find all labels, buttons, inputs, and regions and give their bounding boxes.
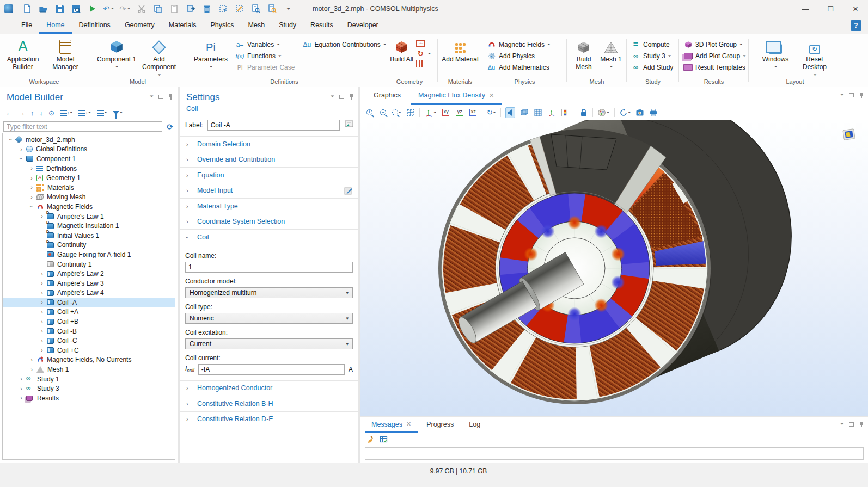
move-up-icon[interactable]: ↑ xyxy=(30,109,34,117)
coil-name-input[interactable] xyxy=(185,262,353,273)
tab-materials[interactable]: Materials xyxy=(162,17,204,34)
build-mesh-button[interactable]: Build Mesh xyxy=(570,36,597,71)
section-model-input[interactable]: Model Input xyxy=(180,183,358,199)
cut-icon[interactable] xyxy=(137,4,146,14)
panel-pin-icon[interactable] xyxy=(859,422,864,427)
customize-qat-chevron-icon[interactable]: ⏷ xyxy=(284,4,293,14)
show-icon[interactable]: ⊙ xyxy=(48,109,54,117)
tab-log[interactable]: Log xyxy=(462,417,487,433)
model-tree-node-text-icon[interactable]: ⏷ xyxy=(97,110,107,116)
rename-button[interactable] xyxy=(344,119,354,131)
tree-filter-input[interactable] xyxy=(3,121,162,132)
panel-float-icon[interactable] xyxy=(158,95,163,99)
reset-desktop-button[interactable]: Reset Desktop xyxy=(796,36,834,77)
panel-float-icon[interactable] xyxy=(849,422,854,427)
maximize-button[interactable]: ☐ xyxy=(818,0,843,17)
graphics-canvas[interactable] xyxy=(360,120,868,416)
tree-item-amperes-law-1[interactable]: Ampère's Law 1 xyxy=(3,212,175,221)
section-homogenized-conductor[interactable]: Homogenized Conductor xyxy=(180,380,358,396)
transparency-icon[interactable] xyxy=(519,107,529,118)
tree-item-mesh-1[interactable]: Mesh 1 xyxy=(3,365,175,374)
close-button[interactable]: ✕ xyxy=(843,0,868,17)
tab-geometry[interactable]: Geometry xyxy=(118,17,162,34)
refresh-icon[interactable]: ⟳ xyxy=(167,122,173,131)
new-file-icon[interactable] xyxy=(22,4,32,14)
rebuild-geometry-button[interactable] xyxy=(416,50,431,58)
lock-icon[interactable] xyxy=(579,107,588,118)
tab-study[interactable]: Study xyxy=(272,17,303,34)
study-3-button[interactable]: Study 3 xyxy=(631,52,673,60)
magnetic-fields-button[interactable]: Magnetic Fields xyxy=(487,40,550,48)
tree-item-amperes-law-2[interactable]: Ampère's Law 2 xyxy=(3,269,175,279)
windows-button[interactable]: Windows xyxy=(756,36,794,70)
tab-graphics[interactable]: Graphics xyxy=(366,87,408,105)
panel-menu-icon[interactable]: ⏷ xyxy=(150,94,154,100)
undo-icon[interactable]: ↶⏷ xyxy=(104,4,113,14)
add-component-button[interactable]: Add Component xyxy=(138,36,180,77)
tree-item-initial-values-1[interactable]: Initial Values 1 xyxy=(3,231,175,241)
save-search-icon[interactable] xyxy=(71,4,81,14)
tree-item-coil-minus-c[interactable]: Coil -C xyxy=(3,336,175,346)
tree-item-coil-minus-b[interactable]: Coil -B xyxy=(3,326,175,336)
zoom-extents-icon[interactable] xyxy=(406,107,415,118)
zoom-page-icon[interactable] xyxy=(267,4,277,14)
section-constitutive-bh[interactable]: Constitutive Relation B-H xyxy=(180,396,358,411)
close-tab-icon[interactable]: ✕ xyxy=(406,421,411,428)
panel-pin-icon[interactable] xyxy=(859,93,864,98)
compute-button[interactable]: Compute xyxy=(631,40,673,48)
plot-3d-group-button[interactable]: 3D Plot Group xyxy=(683,40,745,48)
parameter-case-button[interactable]: Parameter Case xyxy=(235,63,295,71)
tree-item-coil-plus-c[interactable]: Coil +C xyxy=(3,346,175,355)
tree-item-geometry-1[interactable]: Geometry 1 xyxy=(3,173,175,183)
section-constitutive-de[interactable]: Constitutive Relation D-E xyxy=(180,411,358,427)
view-xz-icon[interactable]: xz xyxy=(468,107,478,118)
add-physics-button[interactable]: Add Physics xyxy=(487,52,550,60)
parameters-button[interactable]: Parameters xyxy=(194,36,228,70)
tree-item-continuity-1[interactable]: Continuity 1 xyxy=(3,260,175,269)
tab-progress[interactable]: Progress xyxy=(420,417,460,433)
tree-item-root[interactable]: motor_3d_2.mph xyxy=(3,135,175,145)
section-coordinate-system[interactable]: Coordinate System Selection xyxy=(180,214,358,230)
tree-item-gauge-fixing[interactable]: Gauge Fixing for A-field 1 xyxy=(3,250,175,260)
save-icon[interactable] xyxy=(55,4,64,14)
tree-item-continuity[interactable]: Continuity xyxy=(3,241,175,250)
panel-menu-icon[interactable]: ⏷ xyxy=(331,94,334,100)
coil-excitation-select[interactable]: Current xyxy=(185,338,353,349)
tab-definitions[interactable]: Definitions xyxy=(72,17,118,34)
view-xy-icon[interactable]: xy xyxy=(441,107,450,118)
move-down-icon[interactable]: ↓ xyxy=(40,109,44,117)
tree-item-materials[interactable]: Materials xyxy=(3,183,175,193)
variables-button[interactable]: Variables xyxy=(235,40,295,48)
axis-indicator-icon[interactable] xyxy=(547,107,556,118)
tree-item-component-1[interactable]: Component 1 xyxy=(3,154,175,164)
tab-messages[interactable]: Messages✕ xyxy=(365,417,418,433)
model-manager-button[interactable]: Model Manager xyxy=(45,36,86,71)
tab-file[interactable]: File xyxy=(14,17,39,34)
conductor-model-select[interactable]: Homogenized multiturn xyxy=(185,287,353,298)
tree-item-results[interactable]: Results xyxy=(3,393,175,403)
select-box-icon[interactable] xyxy=(218,4,228,14)
close-tab-icon[interactable]: ✕ xyxy=(489,92,494,99)
tab-developer[interactable]: Developer xyxy=(340,17,386,34)
component-1-button[interactable]: Component 1 xyxy=(96,36,137,70)
table-messages-icon[interactable] xyxy=(380,435,388,445)
deselect-box-icon[interactable] xyxy=(235,4,244,14)
rotate-view-icon[interactable]: ↻⏷ xyxy=(487,107,496,118)
coil-current-input[interactable] xyxy=(198,364,345,375)
application-builder-button[interactable]: Application Builder xyxy=(2,36,44,71)
open-file-icon[interactable] xyxy=(39,4,48,14)
tree-item-amperes-law-3[interactable]: Ampère's Law 3 xyxy=(3,279,175,288)
panel-menu-icon[interactable]: ⏷ xyxy=(840,421,844,427)
clear-messages-icon[interactable] xyxy=(366,435,374,445)
equation-contributions-button[interactable]: Equation Contributions xyxy=(302,40,386,48)
add-mathematics-button[interactable]: Add Mathematics xyxy=(487,63,550,71)
tab-physics[interactable]: Physics xyxy=(203,17,241,34)
print-icon[interactable] xyxy=(649,107,658,118)
tree-item-magnetic-insulation-1[interactable]: Magnetic Insulation 1 xyxy=(3,221,175,231)
tab-results[interactable]: Results xyxy=(303,17,340,34)
import-geometry-button[interactable] xyxy=(416,40,431,47)
tree-item-study-1[interactable]: Study 1 xyxy=(3,374,175,384)
wireframe-icon[interactable] xyxy=(533,107,542,118)
tree-item-magnetic-fields-no-currents[interactable]: Magnetic Fields, No Currents xyxy=(3,355,175,365)
zoom-out-icon[interactable]: − xyxy=(378,107,388,118)
